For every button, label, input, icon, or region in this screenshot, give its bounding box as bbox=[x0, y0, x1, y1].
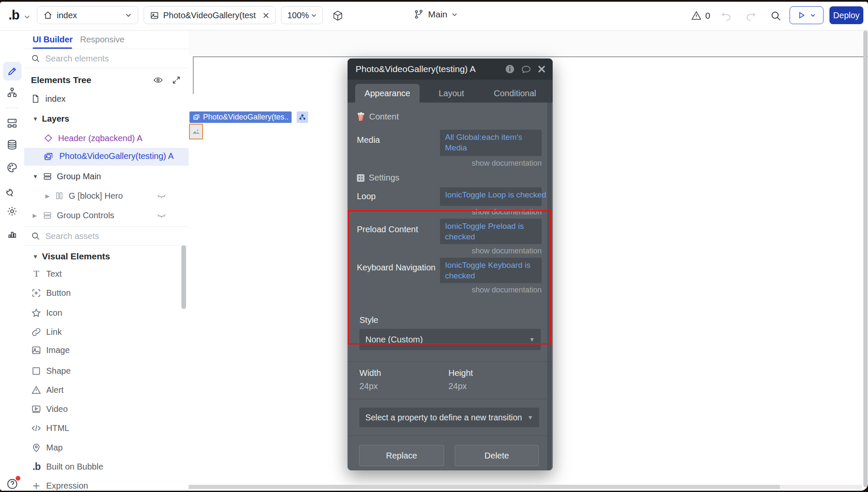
diamond-icon bbox=[44, 133, 53, 143]
asset-item-image[interactable]: Image bbox=[24, 341, 189, 359]
transition-dropdown[interactable]: Select a property to define a new transi… bbox=[359, 408, 539, 427]
tree-item-block-hero[interactable]: ▶ G [block] Hero bbox=[24, 187, 189, 205]
bubble-logo[interactable]: .b bbox=[8, 8, 19, 23]
asset-item-expression[interactable]: Expression bbox=[24, 477, 189, 491]
visual-elements-header[interactable]: ▼ Visual Elements bbox=[24, 247, 189, 265]
tab-ui-builder[interactable]: UI Builder bbox=[33, 35, 72, 44]
asset-item-built-on-bubble[interactable]: .b Built on Bubble bbox=[24, 458, 189, 475]
notification-dot bbox=[16, 476, 20, 481]
home-icon bbox=[43, 11, 53, 20]
canvas-horizontal-scrollbar[interactable] bbox=[189, 485, 780, 489]
comment-icon[interactable] bbox=[521, 64, 531, 75]
eye-closed-icon[interactable] bbox=[156, 191, 167, 201]
element-tab-label: Photo&VideoGallery(testin... bbox=[163, 11, 256, 20]
page-dropdown[interactable]: index bbox=[37, 6, 138, 24]
close-icon[interactable] bbox=[537, 65, 546, 73]
button-icon bbox=[31, 288, 42, 298]
tree-group-layers[interactable]: ▼ Layers bbox=[24, 110, 189, 128]
element-tab-close-icon[interactable] bbox=[262, 12, 270, 19]
asset-item-button[interactable]: Button bbox=[24, 284, 189, 302]
popcorn-icon bbox=[357, 112, 365, 121]
width-value: 24px bbox=[359, 381, 378, 391]
asset-item-icon[interactable]: Icon bbox=[24, 304, 189, 322]
loop-value-field[interactable]: IonicToggle Loop is checked bbox=[440, 187, 542, 206]
asset-item-text[interactable]: T Text bbox=[24, 265, 189, 283]
caret-right-icon: ▶ bbox=[33, 212, 39, 219]
bar-chart-icon bbox=[6, 228, 18, 239]
rail-workflow-tab[interactable] bbox=[0, 87, 24, 98]
tab-responsive[interactable]: Responsive bbox=[80, 35, 125, 44]
divider bbox=[348, 399, 553, 399]
asset-item-label: Map bbox=[46, 443, 63, 453]
popup-tab-layout[interactable]: Layout bbox=[424, 84, 479, 103]
asset-item-label: Video bbox=[46, 404, 68, 414]
asset-item-label: Text bbox=[46, 269, 62, 279]
panel-scrollbar[interactable] bbox=[181, 245, 186, 309]
search-elements-input[interactable] bbox=[45, 53, 165, 64]
rail-design-tab[interactable] bbox=[3, 62, 22, 81]
asset-item-html[interactable]: HTML bbox=[24, 419, 189, 437]
text-icon: T bbox=[31, 268, 42, 279]
zoom-dropdown[interactable]: 100% bbox=[281, 6, 323, 24]
gallery-icon bbox=[44, 152, 53, 161]
popup-tab-conditional[interactable]: Conditional bbox=[483, 84, 547, 103]
gear-icon bbox=[6, 206, 18, 217]
rail-logs-tab[interactable] bbox=[0, 228, 24, 239]
caret-down-icon: ▼ bbox=[33, 173, 39, 180]
media-doc-link[interactable]: show documentation bbox=[440, 159, 542, 168]
deploy-button[interactable]: Deploy bbox=[829, 6, 863, 24]
expand-panel-icon[interactable] bbox=[172, 75, 181, 85]
asset-item-shape[interactable]: Shape bbox=[24, 362, 189, 380]
asset-item-label: Shape bbox=[46, 366, 71, 376]
info-icon[interactable] bbox=[505, 64, 515, 74]
undo-button[interactable] bbox=[721, 10, 732, 22]
canvas-horizontal-scrollbar-track bbox=[189, 485, 862, 489]
issues-indicator[interactable]: 0 bbox=[691, 10, 710, 21]
tree-item-gallery-selected[interactable]: Photo&VideoGallery(testing) A bbox=[24, 148, 189, 166]
search-button[interactable] bbox=[770, 10, 782, 22]
rail-data-tab[interactable] bbox=[0, 139, 24, 150]
asset-item-link[interactable]: Link bbox=[24, 323, 189, 341]
eye-icon[interactable] bbox=[153, 75, 163, 85]
blocks-icon bbox=[6, 117, 18, 129]
replace-button[interactable]: Replace bbox=[359, 445, 444, 466]
logo-chevron-down-icon[interactable] bbox=[24, 14, 31, 20]
popup-tab-appearance[interactable]: Appearance bbox=[355, 84, 420, 103]
branch-label: Main bbox=[428, 9, 448, 19]
preview-button[interactable] bbox=[790, 6, 823, 24]
branch-selector[interactable]: Main bbox=[413, 9, 458, 20]
eye-closed-icon[interactable] bbox=[156, 210, 167, 220]
window-vertical-scrollbar[interactable] bbox=[863, 31, 868, 487]
tree-group-main[interactable]: ▼ Group Main bbox=[24, 167, 189, 185]
caret-right-icon: ▶ bbox=[45, 193, 52, 199]
asset-item-label: Image bbox=[46, 345, 70, 355]
shape-icon bbox=[31, 366, 42, 376]
selected-element-badge[interactable]: Photo&VideoGallery(tes... bbox=[189, 111, 292, 123]
rail-help-button[interactable] bbox=[0, 478, 24, 490]
page-dropdown-value: index bbox=[57, 11, 77, 20]
search-assets-input[interactable] bbox=[45, 231, 165, 242]
tree-group-controls[interactable]: ▶ Group Controls bbox=[24, 206, 189, 224]
asset-item-video[interactable]: Video bbox=[24, 400, 189, 418]
rail-components-tab[interactable] bbox=[0, 117, 24, 129]
gallery-element-placeholder[interactable] bbox=[189, 124, 203, 139]
tree-item-header-reusable[interactable]: Header (zqbackend) A bbox=[24, 129, 189, 147]
element-tree-shortcut-button[interactable] bbox=[297, 111, 308, 123]
element-tab[interactable]: Photo&VideoGallery(testin... bbox=[144, 6, 275, 24]
redo-button[interactable] bbox=[745, 10, 757, 22]
content-section-header: Content bbox=[357, 112, 399, 122]
width-label: Width bbox=[359, 368, 381, 378]
grid-icon bbox=[357, 174, 364, 182]
rail-styles-tab[interactable] bbox=[0, 162, 24, 173]
delete-button[interactable]: Delete bbox=[455, 445, 539, 466]
rail-plugins-tab[interactable] bbox=[0, 183, 24, 195]
tree-item-index[interactable]: index bbox=[24, 90, 189, 108]
media-value-field[interactable]: All Global:each item's Media bbox=[440, 130, 542, 156]
rail-settings-tab[interactable] bbox=[0, 206, 24, 217]
asset-item-map[interactable]: Map bbox=[24, 439, 189, 456]
asset-item-alert[interactable]: Alert bbox=[24, 381, 189, 399]
component-cube-icon[interactable] bbox=[332, 10, 344, 22]
search-assets-row bbox=[24, 226, 189, 246]
popup-header[interactable]: Photo&VideoGallery(testing) A bbox=[348, 58, 553, 80]
palette-icon bbox=[6, 162, 18, 173]
